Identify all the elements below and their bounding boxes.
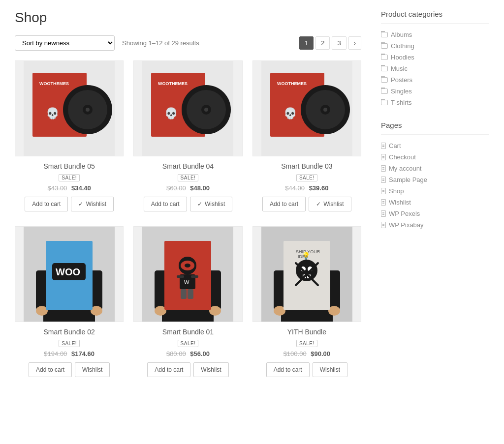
- product-image[interactable]: W: [133, 226, 242, 322]
- folder-icon: [381, 55, 388, 60]
- add-to-cart-button[interactable]: Add to cart: [147, 362, 190, 377]
- sidebar-item-singles[interactable]: Singles: [381, 88, 489, 95]
- svg-text:WOOTHEMES: WOOTHEMES: [277, 81, 307, 86]
- page-btn-1[interactable]: 1: [299, 36, 314, 50]
- sort-select[interactable]: Sort by newness Sort by price: low to hi…: [15, 35, 115, 51]
- svg-point-15: [204, 108, 208, 112]
- sidebar-item-checkout[interactable]: Checkout: [381, 153, 489, 161]
- folder-icon: [381, 32, 388, 37]
- wishlist-button[interactable]: ✓ Wishlist: [71, 197, 114, 211]
- list-item: Cart: [381, 142, 489, 149]
- wishlist-button[interactable]: Wishlist: [193, 362, 228, 377]
- svg-rect-45: [177, 275, 184, 278]
- new-price: $56.00: [190, 350, 210, 357]
- sale-badge: SALE!: [59, 174, 80, 181]
- new-price: $48.00: [190, 184, 210, 192]
- list-item: WP Pexels: [381, 210, 489, 217]
- new-price: $34.40: [71, 184, 91, 192]
- categories-list: Albums Clothing Hoodies: [381, 31, 489, 106]
- old-price: $44.00: [285, 184, 305, 192]
- svg-point-42: [185, 264, 190, 267]
- svg-text:WOOTHEMES: WOOTHEMES: [39, 81, 69, 86]
- pages-section: Pages Cart Checkout: [381, 121, 489, 229]
- category-label: Albums: [391, 31, 412, 38]
- add-to-cart-button[interactable]: Add to cart: [266, 362, 310, 377]
- category-label: Clothing: [391, 42, 414, 50]
- sale-badge: SALE!: [59, 340, 80, 347]
- wishlist-button[interactable]: ✓ Wishlist: [309, 197, 351, 211]
- page-icon: [381, 143, 386, 149]
- wishlist-button[interactable]: Wishlist: [313, 362, 347, 377]
- page-label: Shop: [389, 187, 404, 195]
- add-to-cart-button[interactable]: Add to cart: [29, 362, 72, 377]
- product-name: Smart Bundle 04: [133, 162, 242, 170]
- product-name: Smart Bundle 01: [133, 328, 242, 336]
- page-icon: [381, 154, 386, 160]
- list-item: Music: [381, 65, 489, 72]
- new-price: $39.60: [309, 184, 329, 192]
- svg-point-7: [86, 108, 90, 112]
- page-next-btn[interactable]: ›: [348, 36, 361, 50]
- list-item: Clothing: [381, 42, 489, 50]
- page-label: Sample Page: [389, 176, 427, 183]
- svg-rect-47: [181, 289, 187, 299]
- product-image[interactable]: WOOTHEMES 💀: [15, 60, 124, 156]
- svg-rect-46: [191, 275, 198, 278]
- page-btn-3[interactable]: 3: [332, 36, 346, 50]
- categories-section: Product categories Albums Clothing: [381, 10, 489, 106]
- categories-title: Product categories: [381, 10, 489, 24]
- old-price: $43.00: [48, 184, 67, 192]
- page-title: Shop: [15, 10, 361, 26]
- product-image[interactable]: WOOTHEMES 💀: [252, 60, 361, 156]
- page-btn-2[interactable]: 2: [315, 36, 330, 50]
- svg-point-23: [323, 108, 327, 112]
- product-image[interactable]: WOOTHEMES 💀: [133, 60, 242, 156]
- add-to-cart-button[interactable]: Add to cart: [144, 197, 187, 211]
- sidebar-item-hoodies[interactable]: Hoodies: [381, 54, 489, 61]
- list-item: Hoodies: [381, 54, 489, 61]
- list-item: T-shirts: [381, 99, 489, 106]
- svg-text:💀: 💀: [284, 107, 297, 120]
- wishlist-button[interactable]: ✓ Wishlist: [190, 197, 233, 211]
- sale-badge: SALE!: [178, 340, 199, 347]
- product-image[interactable]: 💡 SHIP YOUR IDEA: [252, 226, 361, 322]
- svg-text:💀: 💀: [46, 107, 60, 120]
- sidebar: Product categories Albums Clothing: [381, 10, 489, 382]
- sidebar-item-cart[interactable]: Cart: [381, 142, 489, 149]
- svg-rect-48: [188, 289, 193, 299]
- category-label: T-shirts: [391, 99, 412, 106]
- sidebar-item-shop[interactable]: Shop: [381, 187, 489, 195]
- page-icon: [381, 222, 386, 228]
- sidebar-item-albums[interactable]: Albums: [381, 31, 489, 38]
- list-item: WP Pixabay: [381, 221, 489, 229]
- products-grid: WOOTHEMES 💀 Smart Bundle 05 SALE! $43.00…: [15, 60, 361, 382]
- old-price: $194.00: [44, 350, 67, 357]
- add-to-cart-button[interactable]: Add to cart: [25, 197, 68, 211]
- page-label: Cart: [389, 142, 401, 149]
- list-item: Wishlist: [381, 199, 489, 206]
- wishlist-button[interactable]: Wishlist: [75, 362, 110, 377]
- product-card: WOO Smart Bundle 02 SALE! $194.00 $174.6…: [15, 226, 124, 382]
- price-wrap: $100.00 $90.00: [252, 350, 361, 357]
- list-item: Posters: [381, 76, 489, 84]
- product-card: WOOTHEMES 💀 Smart Bundle 03 SALE! $44.00…: [252, 60, 361, 216]
- card-actions: Add to cart ✓ Wishlist: [252, 197, 361, 211]
- toolbar: Sort by newness Sort by price: low to hi…: [15, 35, 361, 51]
- sidebar-item-wppixabay[interactable]: WP Pixabay: [381, 221, 489, 229]
- sidebar-item-music[interactable]: Music: [381, 65, 489, 72]
- product-image[interactable]: WOO: [15, 226, 124, 322]
- category-label: Music: [391, 65, 408, 72]
- svg-text:WOO: WOO: [56, 266, 80, 277]
- sidebar-item-wppexels[interactable]: WP Pexels: [381, 210, 489, 217]
- sidebar-item-myaccount[interactable]: My account: [381, 165, 489, 172]
- folder-icon: [381, 100, 388, 105]
- add-to-cart-button[interactable]: Add to cart: [262, 197, 306, 211]
- sidebar-item-samplepage[interactable]: Sample Page: [381, 176, 489, 183]
- sidebar-item-tshirts[interactable]: T-shirts: [381, 99, 489, 106]
- sidebar-item-posters[interactable]: Posters: [381, 76, 489, 84]
- product-card: WOOTHEMES 💀 Smart Bundle 05 SALE! $43.00…: [15, 60, 124, 216]
- svg-text:IDEA: IDEA: [298, 254, 308, 259]
- sidebar-item-wishlist[interactable]: Wishlist: [381, 199, 489, 206]
- sidebar-item-clothing[interactable]: Clothing: [381, 42, 489, 50]
- page-label: My account: [389, 165, 421, 172]
